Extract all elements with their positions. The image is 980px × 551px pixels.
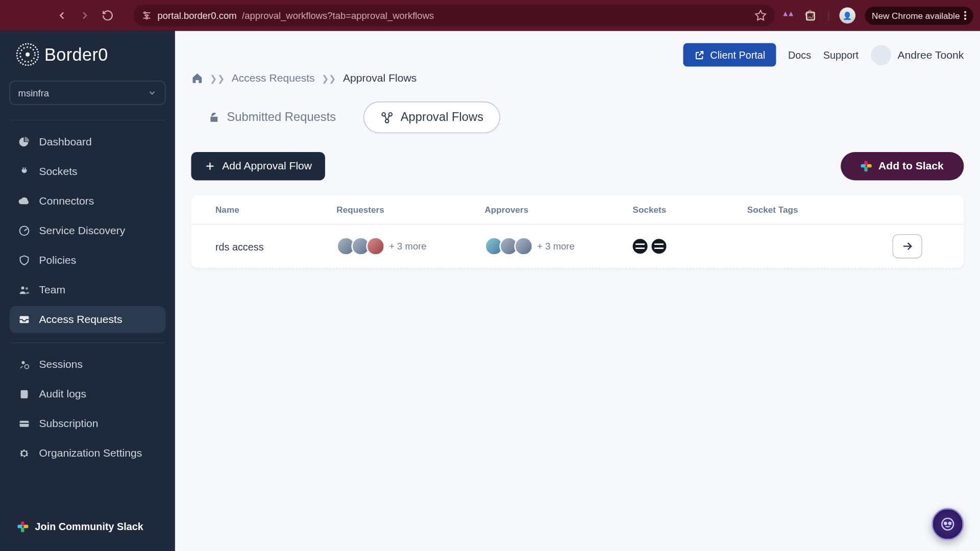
nav-access-requests[interactable]: Access Requests xyxy=(9,306,165,333)
open-row-button[interactable] xyxy=(893,234,922,258)
nav-sessions[interactable]: Sessions xyxy=(9,351,165,378)
nav-service-discovery[interactable]: Service Discovery xyxy=(9,217,165,244)
brand-name: Border0 xyxy=(44,44,108,65)
chat-widget-button[interactable] xyxy=(932,508,964,540)
chrome-update-label: New Chrome available xyxy=(872,10,960,20)
brand-logo[interactable]: Border0 xyxy=(9,43,165,66)
chrome-update-chip[interactable]: New Chrome available xyxy=(865,7,973,25)
secondary-nav: Sessions Audit logs Subscription Organiz… xyxy=(9,351,165,467)
database-icon xyxy=(633,239,648,254)
url-host: portal.border0.com xyxy=(158,10,237,21)
nav-audit-logs[interactable]: Audit logs xyxy=(9,381,165,408)
breadcrumb-home[interactable] xyxy=(191,72,204,84)
external-link-icon xyxy=(694,49,705,60)
requesters-more: + 3 more xyxy=(389,241,426,252)
svg-point-1 xyxy=(146,15,148,17)
cell-name: rds access xyxy=(215,240,336,252)
browser-back-button[interactable] xyxy=(54,8,70,24)
avatar-icon xyxy=(366,237,385,256)
nav-sockets[interactable]: Sockets xyxy=(9,158,165,185)
svg-point-5 xyxy=(964,14,966,16)
svg-point-0 xyxy=(144,12,146,14)
support-link[interactable]: Support xyxy=(823,49,859,60)
nav-label: Connectors xyxy=(39,195,94,207)
users-icon xyxy=(17,283,31,296)
approval-flows-table: Name Requesters Approvers Sockets Socket… xyxy=(191,195,964,268)
svg-point-8 xyxy=(26,53,30,57)
chevron-right-icon: ❯❯ xyxy=(322,73,336,83)
extension-icon[interactable] xyxy=(781,9,795,22)
breadcrumbs: ❯❯ Access Requests ❯❯ Approval Flows xyxy=(191,72,964,84)
col-requesters: Requesters xyxy=(336,205,484,215)
svg-point-21 xyxy=(942,518,953,530)
tab-submitted-requests[interactable]: Submitted Requests xyxy=(191,102,353,133)
add-approval-flow-button[interactable]: Add Approval Flow xyxy=(191,152,326,180)
nav-subscription[interactable]: Subscription xyxy=(9,410,165,437)
database-icon xyxy=(652,239,667,254)
svg-point-22 xyxy=(944,522,947,525)
svg-rect-17 xyxy=(20,423,29,424)
primary-nav: Dashboard Sockets Connectors Service Dis… xyxy=(9,129,165,333)
nav-policies[interactable]: Policies xyxy=(9,247,165,274)
add-to-slack-button[interactable]: Add to Slack xyxy=(841,152,964,180)
user-clock-icon xyxy=(17,358,31,371)
nav-team[interactable]: Team xyxy=(9,277,165,304)
nav-label: Service Discovery xyxy=(39,224,125,237)
svg-point-6 xyxy=(964,18,966,20)
cell-sockets xyxy=(633,239,747,254)
docs-link[interactable]: Docs xyxy=(788,49,811,60)
pie-chart-icon xyxy=(17,135,31,148)
table-header: Name Requesters Approvers Sockets Socket… xyxy=(191,195,964,224)
extensions-puzzle-icon[interactable] xyxy=(804,9,818,22)
tab-label: Approval Flows xyxy=(401,110,483,124)
svg-point-13 xyxy=(22,361,25,364)
url-path: /approval_workflows?tab=approval_workflo… xyxy=(242,10,434,21)
sidebar: Border0 msinfra Dashboard Sockets Connec… xyxy=(0,31,175,551)
flow-icon xyxy=(380,111,394,124)
svg-point-2 xyxy=(146,17,148,19)
nav-dashboard[interactable]: Dashboard xyxy=(9,129,165,156)
tab-approval-flows[interactable]: Approval Flows xyxy=(363,102,500,133)
join-community-slack[interactable]: Join Community Slack xyxy=(9,514,165,539)
cell-requesters: + 3 more xyxy=(336,237,484,256)
browser-profile-avatar[interactable]: 👤 xyxy=(840,8,856,24)
page-header: Client Portal Docs Support Andree Toonk xyxy=(191,43,964,66)
table-row[interactable]: rds access + 3 more + 3 more xyxy=(191,224,964,268)
nav-label: Dashboard xyxy=(39,136,91,148)
col-sockets: Sockets xyxy=(633,205,747,215)
col-socket-tags: Socket Tags xyxy=(747,205,868,215)
svg-point-10 xyxy=(21,286,24,289)
browser-forward-button[interactable] xyxy=(77,8,93,24)
org-selector[interactable]: msinfra xyxy=(9,81,165,105)
nav-label: Subscription xyxy=(39,418,98,430)
card-icon xyxy=(17,417,31,431)
kebab-icon xyxy=(964,11,966,20)
radar-icon xyxy=(17,224,31,237)
file-icon xyxy=(17,388,31,401)
action-row: Add Approval Flow Add to Slack xyxy=(191,152,964,180)
tab-label: Submitted Requests xyxy=(227,110,336,124)
nav-org-settings[interactable]: Organization Settings xyxy=(9,440,165,467)
browser-url-bar[interactable]: portal.border0.com/approval_workflows?ta… xyxy=(133,5,775,26)
client-portal-button[interactable]: Client Portal xyxy=(683,43,776,66)
svg-point-14 xyxy=(24,365,29,369)
gear-icon xyxy=(17,447,31,460)
browser-reload-button[interactable] xyxy=(100,8,116,24)
bookmark-star-icon[interactable] xyxy=(754,9,767,21)
nav-connectors[interactable]: Connectors xyxy=(9,188,165,215)
plus-icon xyxy=(205,161,215,171)
user-menu[interactable]: Andree Toonk xyxy=(871,45,964,65)
home-icon xyxy=(191,72,204,84)
client-portal-label: Client Portal xyxy=(710,49,765,60)
avatar-icon xyxy=(514,237,533,256)
nav-label: Access Requests xyxy=(39,314,122,326)
approvers-more: + 3 more xyxy=(537,241,574,252)
brand-mark-icon xyxy=(16,43,39,66)
chevron-right-icon: ❯❯ xyxy=(210,73,225,83)
cell-approvers: + 3 more xyxy=(484,237,632,256)
lock-open-icon xyxy=(208,111,220,123)
slack-icon xyxy=(17,521,28,532)
tabs: Submitted Requests Approval Flows xyxy=(191,102,964,133)
add-button-label: Add Approval Flow xyxy=(222,160,312,172)
breadcrumb-access-requests[interactable]: Access Requests xyxy=(232,72,315,84)
